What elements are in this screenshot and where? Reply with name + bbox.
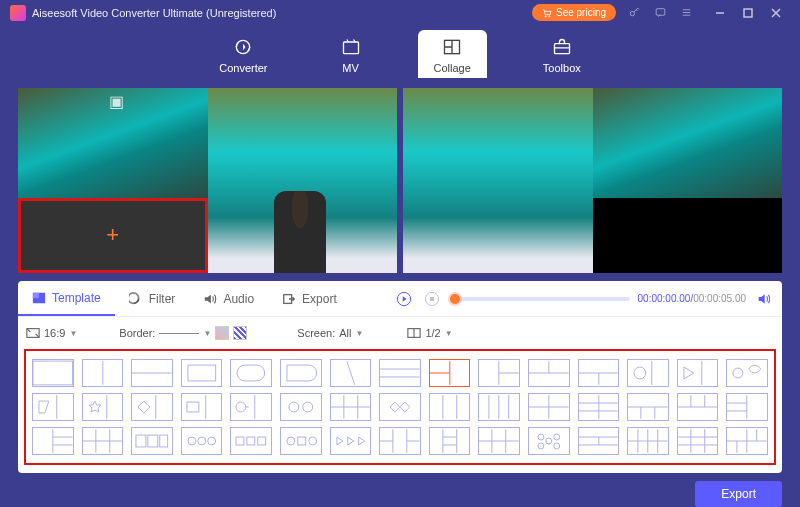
app-logo-icon bbox=[10, 5, 26, 21]
template-item[interactable] bbox=[478, 427, 520, 455]
template-item[interactable] bbox=[280, 393, 322, 421]
template-item[interactable] bbox=[181, 359, 223, 387]
template-item[interactable] bbox=[677, 427, 719, 455]
template-item[interactable] bbox=[726, 427, 768, 455]
template-item[interactable] bbox=[280, 359, 322, 387]
tab-collage[interactable]: Collage bbox=[418, 30, 487, 78]
subtab-export[interactable]: Export bbox=[268, 281, 351, 316]
collage-slot-1[interactable]: ▣ bbox=[18, 88, 208, 198]
template-item[interactable] bbox=[677, 359, 719, 387]
subtab-audio[interactable]: Audio bbox=[189, 281, 268, 316]
template-item[interactable] bbox=[230, 393, 272, 421]
svg-rect-14 bbox=[430, 297, 434, 301]
template-item[interactable] bbox=[230, 359, 272, 387]
template-item[interactable] bbox=[627, 359, 669, 387]
export-button[interactable]: Export bbox=[695, 481, 782, 507]
border-pattern-swatch[interactable] bbox=[233, 326, 247, 340]
subtab-filter[interactable]: Filter bbox=[115, 281, 190, 316]
svg-rect-26 bbox=[136, 435, 146, 447]
svg-point-2 bbox=[630, 12, 634, 16]
template-item[interactable] bbox=[528, 359, 570, 387]
close-button[interactable] bbox=[762, 3, 790, 23]
preview-slot-1 bbox=[593, 88, 783, 198]
collage-editor[interactable]: ▣ + bbox=[18, 88, 397, 273]
export-icon bbox=[282, 292, 296, 306]
template-item[interactable] bbox=[330, 359, 372, 387]
stop-button[interactable] bbox=[422, 289, 442, 309]
template-item[interactable] bbox=[627, 427, 669, 455]
svg-point-37 bbox=[309, 437, 317, 445]
template-item[interactable] bbox=[181, 393, 223, 421]
see-pricing-button[interactable]: See pricing bbox=[532, 4, 616, 21]
template-item[interactable] bbox=[578, 427, 620, 455]
template-item[interactable] bbox=[181, 427, 223, 455]
template-item[interactable] bbox=[627, 393, 669, 421]
collage-slot-2[interactable] bbox=[208, 88, 398, 273]
collage-slot-add[interactable]: + bbox=[18, 198, 208, 273]
template-item-selected[interactable] bbox=[429, 359, 471, 387]
maximize-button[interactable] bbox=[734, 3, 762, 23]
slot-marker-icon: ▣ bbox=[109, 92, 124, 111]
play-button[interactable] bbox=[394, 289, 414, 309]
template-item[interactable] bbox=[131, 393, 173, 421]
template-item[interactable] bbox=[330, 427, 372, 455]
border-label: Border: bbox=[119, 327, 155, 339]
template-item[interactable] bbox=[726, 359, 768, 387]
svg-rect-27 bbox=[148, 435, 158, 447]
template-item[interactable] bbox=[578, 359, 620, 387]
template-item[interactable] bbox=[429, 393, 471, 421]
template-item[interactable] bbox=[32, 393, 74, 421]
template-item[interactable] bbox=[131, 427, 173, 455]
aspect-icon bbox=[26, 326, 40, 340]
aspect-ratio-dropdown[interactable]: 16:9▼ bbox=[44, 327, 77, 339]
template-item[interactable] bbox=[478, 393, 520, 421]
tab-toolbox[interactable]: Toolbox bbox=[527, 30, 597, 78]
template-item[interactable] bbox=[82, 359, 124, 387]
feedback-icon[interactable] bbox=[652, 5, 668, 21]
subtab-template[interactable]: Template bbox=[18, 281, 115, 316]
playback-timeline[interactable] bbox=[450, 297, 630, 301]
volume-button[interactable] bbox=[754, 289, 774, 309]
svg-point-23 bbox=[236, 402, 246, 412]
collage-preview bbox=[403, 88, 782, 273]
template-item[interactable] bbox=[230, 427, 272, 455]
template-item[interactable] bbox=[726, 393, 768, 421]
timeline-playhead[interactable] bbox=[450, 294, 460, 304]
toolbox-icon bbox=[551, 36, 573, 58]
template-item[interactable] bbox=[677, 393, 719, 421]
template-item[interactable] bbox=[528, 393, 570, 421]
svg-point-29 bbox=[188, 437, 196, 445]
timecode-display: 00:00:00.00/00:00:05.00 bbox=[638, 293, 746, 304]
add-media-icon: + bbox=[106, 222, 119, 248]
template-item[interactable] bbox=[280, 427, 322, 455]
svg-point-31 bbox=[208, 437, 216, 445]
screen-dropdown[interactable]: All▼ bbox=[339, 327, 363, 339]
template-grid bbox=[24, 349, 776, 465]
template-item[interactable] bbox=[32, 359, 74, 387]
template-item[interactable] bbox=[379, 359, 421, 387]
tab-mv[interactable]: MV bbox=[324, 30, 378, 78]
split-dropdown[interactable]: 1/2▼ bbox=[425, 327, 452, 339]
template-item[interactable] bbox=[379, 427, 421, 455]
template-item[interactable] bbox=[330, 393, 372, 421]
svg-rect-36 bbox=[298, 437, 306, 445]
template-item[interactable] bbox=[379, 393, 421, 421]
register-key-icon[interactable] bbox=[626, 5, 642, 21]
template-item[interactable] bbox=[429, 427, 471, 455]
border-style-dropdown[interactable]: ▼ bbox=[159, 329, 211, 338]
template-item[interactable] bbox=[478, 359, 520, 387]
minimize-button[interactable] bbox=[706, 3, 734, 23]
template-item[interactable] bbox=[528, 427, 570, 455]
tab-converter[interactable]: Converter bbox=[203, 30, 283, 78]
template-item[interactable] bbox=[578, 393, 620, 421]
menu-icon[interactable] bbox=[678, 5, 694, 21]
template-item[interactable] bbox=[131, 359, 173, 387]
svg-rect-8 bbox=[554, 43, 569, 53]
template-item[interactable] bbox=[82, 427, 124, 455]
svg-rect-28 bbox=[160, 435, 168, 447]
svg-rect-6 bbox=[343, 42, 358, 54]
template-item[interactable] bbox=[32, 427, 74, 455]
border-color-swatch[interactable] bbox=[215, 326, 229, 340]
template-item[interactable] bbox=[82, 393, 124, 421]
split-screen-icon bbox=[407, 326, 421, 340]
